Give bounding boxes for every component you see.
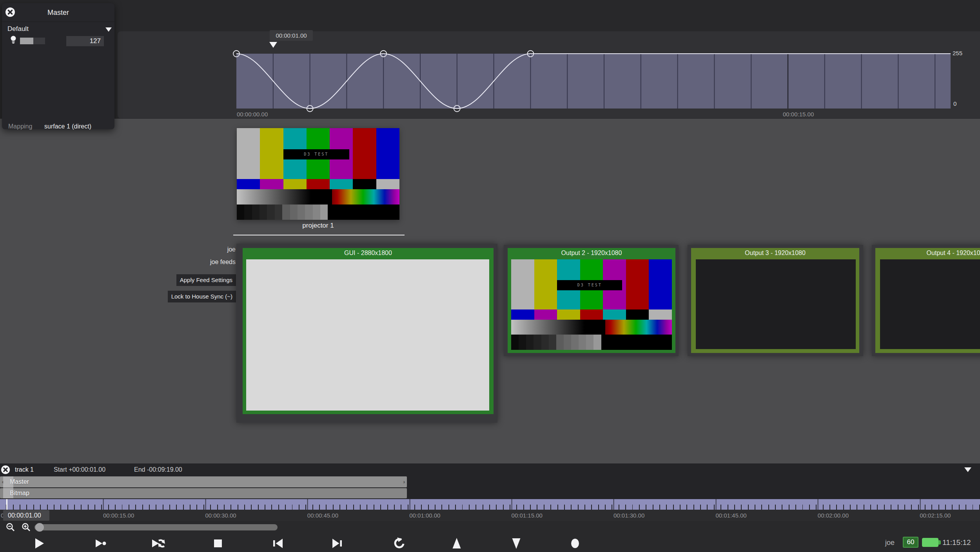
machine-name-label: joe	[227, 246, 236, 253]
ruler-major-ticks	[0, 499, 980, 510]
go-to-next-section-button[interactable]	[328, 535, 347, 552]
record-button[interactable]	[566, 535, 584, 552]
curve-start-time-label: 00:00:00.00	[237, 111, 268, 118]
scroll-right-icon[interactable]: ›	[403, 476, 405, 487]
divider	[2, 22, 114, 22]
testcard-bar	[260, 128, 283, 179]
ruler-labels-row: 0 00:00:01.00 00:00:15.0000:00:30.0000:0…	[0, 510, 980, 521]
output3-window-title: Output 3 - 1920x1080	[691, 250, 859, 257]
brightness-icon	[10, 35, 17, 45]
go-to-previous-section-button[interactable]	[269, 535, 287, 552]
curve-mid-time-label: 00:00:15.00	[783, 111, 814, 118]
testcard-bar	[376, 128, 399, 179]
output2-testcard: D3 TEST	[511, 259, 672, 350]
testcard-bar	[626, 309, 649, 320]
timeline-playhead[interactable]	[6, 499, 7, 510]
ruler-label: 00:00:15.00	[103, 512, 134, 519]
playhead-time-tooltip: 00:00:01.00	[270, 30, 313, 41]
section-start-highlight	[3, 476, 13, 498]
layer-bar-master[interactable]: ‹ Master ›	[0, 476, 407, 487]
layer-bars-area: ‹ Master › Bitmap	[0, 476, 980, 499]
testcard-bar	[283, 179, 307, 189]
move-up-button[interactable]	[448, 535, 466, 552]
testcard-bar	[626, 259, 649, 309]
mapping-value[interactable]: surface 1 (direct)	[44, 123, 91, 130]
ruler-label: 00:01:00.00	[409, 512, 440, 519]
ruler-label: 00:01:15.00	[512, 512, 543, 519]
undo-button[interactable]	[389, 535, 407, 552]
testcard-bar	[376, 179, 399, 189]
brightness-slider[interactable]	[20, 38, 45, 44]
feed-window-output4[interactable]: Output 4 - 1920x1080	[872, 245, 980, 356]
master-layer-panel: Master Default 127 Mapping surface 1 (di…	[2, 3, 114, 129]
output4-window-frame: Output 4 - 1920x1080	[875, 248, 980, 353]
testcard-bar	[649, 259, 672, 309]
testcard-bar	[237, 179, 260, 189]
stage-underline	[233, 235, 405, 235]
track-end-label: End -00:09:19.00	[134, 466, 182, 473]
testcard-bar	[353, 128, 376, 179]
ruler-label: 00:00:30.00	[205, 512, 236, 519]
testcard-bar	[603, 309, 626, 320]
testcard-bar	[649, 309, 672, 320]
zoom-in-icon[interactable]	[21, 522, 32, 533]
testcard-title-band: D3 TEST	[283, 149, 349, 159]
testcard-bar	[580, 309, 603, 320]
feed-window-output2[interactable]: Output 2 - 1920x1080 D3 TEST	[504, 245, 679, 356]
curve-max-value-label: 255	[953, 50, 962, 56]
testcard-bar	[237, 128, 260, 179]
projector-preview-testcard[interactable]: D3 TEST	[237, 128, 399, 220]
scrollbar-handle[interactable]	[35, 523, 44, 532]
timeline-scrollbar[interactable]	[34, 524, 278, 530]
gui-window-content	[246, 259, 489, 411]
brightness-slider-fill	[20, 38, 33, 44]
ruler-label: 00:00:45.00	[307, 512, 338, 519]
output3-window-content	[696, 259, 856, 349]
testcard-bar	[534, 309, 557, 320]
battery-icon	[922, 538, 938, 547]
testcard-bar	[260, 179, 283, 189]
brightness-curve-editor[interactable]	[0, 0, 980, 120]
testcard-bar	[511, 309, 534, 320]
output3-window-frame: Output 3 - 1920x1080	[691, 248, 859, 353]
apply-feed-settings-button[interactable]: Apply Feed Settings	[176, 274, 236, 286]
track-header: track 1 Start +00:00:01.00 End -00:09:19…	[0, 463, 980, 476]
feed-window-output3[interactable]: Output 3 - 1920x1080	[688, 245, 863, 356]
lock-house-sync-button[interactable]: Lock to House Sync (~)	[168, 291, 236, 302]
playhead-marker-icon[interactable]	[269, 42, 277, 48]
layer-bar-bitmap[interactable]: Bitmap	[0, 488, 407, 498]
mapping-label: Mapping	[8, 123, 32, 130]
feed-window-gui[interactable]: GUI - 2880x1800	[236, 244, 497, 423]
output4-window-title: Output 4 - 1920x1080	[875, 250, 980, 257]
status-user-label: joe	[885, 539, 895, 547]
status-clock: 11:15:12	[942, 538, 971, 547]
curve-min-value-label: 0	[953, 100, 956, 107]
timeline-ruler[interactable]	[0, 499, 980, 510]
play-to-next-cue-button[interactable]	[91, 535, 109, 552]
testcard-bar	[511, 259, 534, 309]
gui-window-title: GUI - 2880x1800	[243, 250, 494, 257]
battery-nub	[938, 540, 941, 545]
zoom-out-icon[interactable]	[5, 522, 16, 533]
move-down-button[interactable]	[507, 535, 525, 552]
projector-label: projector 1	[237, 222, 399, 230]
output2-window-frame: Output 2 - 1920x1080 D3 TEST	[508, 248, 675, 353]
play-button[interactable]	[30, 535, 48, 552]
panel-title[interactable]: Master	[2, 9, 114, 17]
preset-select[interactable]: Default	[7, 25, 29, 33]
ruler-label: 00:01:45.00	[715, 512, 746, 519]
track-start-label: Start +00:00:01.00	[54, 466, 105, 473]
close-icon[interactable]	[1, 465, 11, 475]
chevron-down-icon[interactable]	[105, 27, 112, 32]
gui-window-frame: GUI - 2880x1800	[243, 248, 494, 414]
stop-button[interactable]	[209, 535, 227, 552]
loop-play-button[interactable]	[150, 535, 168, 552]
track-name[interactable]: track 1	[15, 466, 34, 473]
output2-window-title: Output 2 - 1920x1080	[508, 250, 675, 257]
timeline-zoom-row	[0, 521, 980, 535]
testcard-bar	[534, 259, 557, 309]
ruler-label: 00:02:15.00	[920, 512, 951, 519]
output4-window-content	[880, 259, 980, 349]
brightness-value-field[interactable]: 127	[66, 36, 104, 46]
chevron-down-icon[interactable]	[964, 467, 971, 472]
